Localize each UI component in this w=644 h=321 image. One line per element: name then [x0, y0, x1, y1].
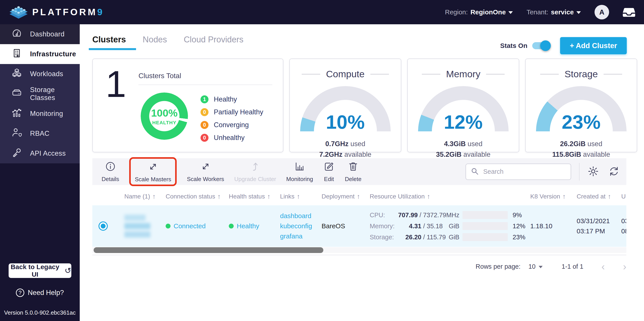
page-range: 1-1 of 1: [562, 263, 583, 270]
compute-gauge-chart: 10%: [300, 86, 391, 132]
clusters-total-title: Clusters Total: [138, 72, 181, 80]
sidebar-item-label: Infrastructure: [30, 50, 76, 58]
sort-arrow-icon: ↑: [562, 193, 566, 200]
add-cluster-button[interactable]: + Add Cluster: [560, 37, 627, 54]
sidebar-item-rbac[interactable]: RBAC: [0, 124, 80, 144]
back-to-legacy-button[interactable]: Back to Legacy UI ↺: [8, 264, 71, 278]
column-header-links[interactable]: Links↑: [280, 193, 322, 200]
chevron-down-icon: [576, 11, 581, 14]
sidebar-item-workloads[interactable]: Workloads: [0, 64, 80, 84]
storage-usage-bar: [462, 233, 508, 241]
tenant-selector[interactable]: Tenant: service: [526, 8, 581, 16]
details-button[interactable]: Details: [102, 161, 119, 182]
gear-icon: [588, 166, 599, 178]
tab-cloud-providers[interactable]: Cloud Providers: [184, 35, 244, 50]
column-header-k8-version[interactable]: K8 Version↑: [530, 193, 577, 200]
summary-cards: 1 Clusters Total 100% HEALTHY 1 Healthy …: [92, 58, 637, 152]
sort-arrow-icon: ↑: [267, 193, 270, 200]
compute-card: Compute 10% 0.7GHz used 7.2GHz available: [289, 58, 401, 152]
search-input[interactable]: [483, 168, 566, 176]
legend-item-converging: 0 Converging: [200, 121, 263, 129]
divider: [579, 163, 580, 180]
user-avatar[interactable]: A: [594, 5, 609, 20]
column-header-name[interactable]: Name (1)↑: [124, 193, 166, 200]
horizontal-scrollbar-thumb[interactable]: [94, 247, 323, 253]
memory-title: Memory: [446, 69, 480, 80]
cluster-links: dashboard kubeconfig grafana: [280, 211, 322, 241]
need-help-link[interactable]: ? Need Help?: [0, 288, 80, 297]
sidebar-item-monitoring[interactable]: Monitoring: [0, 104, 80, 124]
column-header-resource-utilization[interactable]: Resource Utilization↑: [370, 193, 530, 200]
previous-page-button[interactable]: ‹: [602, 262, 605, 272]
legend-badge: 0: [200, 108, 208, 116]
region-value: RegionOne: [470, 8, 506, 16]
column-settings-button[interactable]: [588, 166, 599, 178]
tab-clusters[interactable]: Clusters: [92, 35, 126, 50]
upgrade-cluster-button[interactable]: Upgrade Cluster: [234, 161, 276, 182]
storage-stats: 26.2GiB used 115.8GiB available: [526, 139, 637, 160]
divider: [92, 255, 626, 255]
chevron-down-icon: [539, 266, 543, 268]
sidebar-item-label: Dashboard: [30, 30, 64, 38]
sidebar-item-label: RBAC: [30, 130, 50, 138]
refresh-button[interactable]: [608, 166, 620, 178]
stats-toggle-label: Stats On: [500, 42, 528, 50]
sidebar-menu: Dashboard Infrastructure: [0, 24, 80, 163]
table-row[interactable]: Connected Healthy dashboard kubeconfig g…: [92, 205, 626, 247]
sort-arrow-icon: ↑: [152, 193, 156, 200]
monitoring-button[interactable]: Monitoring: [286, 161, 313, 182]
region-selector[interactable]: Region: RegionOne: [445, 8, 513, 16]
connection-status: Connected: [166, 222, 229, 230]
grafana-link[interactable]: grafana: [280, 231, 322, 241]
scale-masters-button[interactable]: Scale Masters: [129, 157, 177, 186]
sidebar-item-dashboard[interactable]: Dashboard: [0, 24, 80, 44]
cpu-usage-bar: [462, 211, 508, 219]
sidebar-item-infrastructure[interactable]: Infrastructure: [0, 44, 80, 64]
next-page-button[interactable]: ›: [623, 262, 626, 272]
column-header-created-at[interactable]: Created at↑: [577, 193, 621, 200]
row-radio-selected[interactable]: [98, 222, 108, 231]
cluster-name-redacted[interactable]: [124, 214, 166, 238]
sidebar-item-api-access[interactable]: API Access: [0, 144, 80, 163]
tab-bar: Clusters Nodes Cloud Providers: [92, 35, 244, 50]
stats-toggle[interactable]: [532, 42, 550, 50]
deployment-type: BareOS: [322, 222, 370, 230]
edit-button[interactable]: Edit: [323, 161, 335, 182]
sidebar: Dashboard Infrastructure: [0, 24, 80, 321]
memory-gauge-chart: 12%: [418, 86, 508, 132]
upgrade-arrow-icon: [249, 161, 261, 174]
column-header-health-status[interactable]: Health status↑: [229, 193, 280, 200]
rbac-icon: [12, 128, 22, 140]
column-header-deployment[interactable]: Deployment↑: [322, 193, 370, 200]
kubeconfig-link[interactable]: kubeconfig: [280, 221, 322, 231]
legend-badge: 0: [200, 134, 208, 142]
cluster-actions-toolbar: Details Scale Masters Scale Workers: [92, 158, 626, 185]
memory-utilization-row: Memory: 4.31/35.18GiB 12%: [370, 222, 530, 230]
sidebar-item-storage-classes[interactable]: Storage Classes: [0, 84, 80, 104]
legend-item-partially-healthy: 0 Partially Healthy: [200, 108, 263, 116]
page: PLATFORM9 Region: RegionOne Tenant: serv…: [0, 0, 644, 321]
search-icon: [470, 167, 479, 176]
column-header-connection-status[interactable]: Connection status↑: [166, 193, 229, 200]
rows-per-page-select[interactable]: 10: [528, 263, 543, 270]
compute-title: Compute: [326, 69, 364, 80]
health-status: Healthy: [229, 222, 280, 230]
horizontal-scrollbar-track[interactable]: [92, 247, 626, 253]
legend-item-unhealthy: 0 Unhealthy: [200, 134, 263, 142]
toggle-knob: [540, 40, 551, 51]
tab-nodes[interactable]: Nodes: [143, 35, 167, 50]
delete-button[interactable]: Delete: [345, 161, 362, 182]
health-legend: 1 Healthy 0 Partially Healthy 0 Convergi…: [200, 95, 263, 142]
inbox-icon[interactable]: [623, 7, 635, 18]
storage-title: Storage: [564, 69, 598, 80]
main-content: Clusters Nodes Cloud Providers Stats On …: [80, 24, 644, 321]
scale-workers-button[interactable]: Scale Workers: [187, 161, 224, 182]
version-text: Version 5.0.0-902.ebc361ac: [0, 309, 80, 316]
storage-icon: [12, 88, 22, 100]
dashboard-link[interactable]: dashboard: [280, 211, 322, 221]
undo-icon: ↺: [64, 266, 71, 275]
sidebar-item-label: Storage Classes: [30, 86, 80, 102]
column-header-truncated[interactable]: U: [621, 193, 626, 200]
k8-version: 1.18.10: [530, 222, 577, 230]
info-icon: [105, 161, 116, 174]
